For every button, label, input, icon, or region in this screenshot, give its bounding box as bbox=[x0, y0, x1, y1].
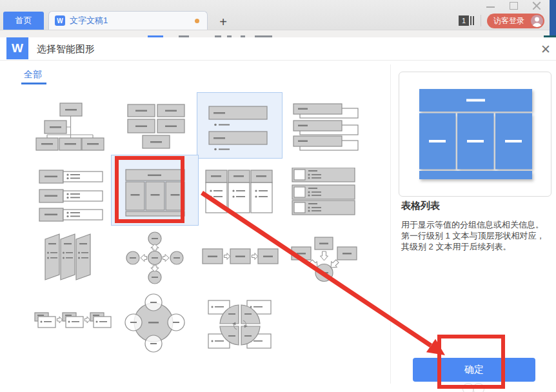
org-chart-graphic bbox=[32, 100, 119, 153]
thumb-grouped-list[interactable] bbox=[37, 168, 105, 225]
dialog-title: 选择智能图形 bbox=[37, 43, 95, 55]
home-tab-button[interactable]: 首页 bbox=[3, 12, 44, 30]
modified-indicator-dot bbox=[195, 19, 199, 23]
thumb-picture-strip-list[interactable] bbox=[292, 168, 356, 219]
lined-list-graphic bbox=[292, 102, 364, 153]
vertical-box-list-graphic bbox=[205, 102, 276, 153]
block-grid-graphic bbox=[126, 102, 187, 152]
app-window: 首页 W 文字文稿1 + 1 访客登录 bbox=[0, 0, 556, 392]
tab-list-icon bbox=[470, 16, 472, 25]
dialog-close-button[interactable]: ✕ bbox=[538, 41, 553, 57]
maximize-button[interactable] bbox=[508, 1, 519, 10]
radial-venn-graphic bbox=[124, 293, 185, 354]
avatar-icon bbox=[531, 15, 543, 27]
filter-tab-all[interactable]: 全部 bbox=[24, 69, 42, 81]
document-tab-label: 文字文稿1 bbox=[70, 15, 195, 26]
divider bbox=[0, 60, 556, 61]
thumb-column-list[interactable] bbox=[204, 168, 274, 217]
tab-count-badge[interactable]: 1 bbox=[459, 15, 469, 26]
window-edge-strip bbox=[550, 0, 556, 37]
minimize-button[interactable] bbox=[485, 1, 497, 10]
wps-logo-icon: W bbox=[6, 37, 28, 59]
thumb-picture-process[interactable] bbox=[32, 311, 113, 335]
picture-strip-list-graphic bbox=[292, 168, 356, 216]
document-tab[interactable]: W 文字文稿1 bbox=[48, 11, 208, 30]
thumb-radial-cross[interactable] bbox=[126, 231, 190, 289]
thumb-block-grid[interactable] bbox=[126, 102, 187, 155]
ribbon-strip bbox=[0, 30, 556, 37]
detail-title: 表格列表 bbox=[401, 200, 440, 212]
thumb-cycle-matrix[interactable] bbox=[205, 297, 276, 357]
column-list-graphic bbox=[204, 168, 274, 214]
separator bbox=[481, 15, 481, 26]
basic-process-graphic bbox=[200, 247, 281, 266]
guest-login-label: 访客登录 bbox=[493, 15, 524, 26]
thumb-radial-venn[interactable] bbox=[124, 293, 185, 357]
thumb-table-list[interactable] bbox=[124, 168, 186, 220]
confirm-button[interactable]: 确定 bbox=[413, 358, 535, 382]
table-list-preview-graphic bbox=[419, 89, 532, 182]
thumb-org-chart[interactable] bbox=[32, 100, 119, 155]
wps-writer-icon: W bbox=[55, 15, 65, 26]
window-close-button[interactable] bbox=[531, 1, 542, 11]
thumb-vertical-box-list[interactable] bbox=[205, 102, 276, 156]
thumb-converging-arrows[interactable] bbox=[289, 234, 361, 287]
table-list-graphic bbox=[124, 168, 186, 218]
titlebar: 首页 W 文字文稿1 + 1 访客登录 bbox=[0, 0, 556, 30]
cycle-matrix-graphic bbox=[205, 297, 276, 355]
guest-login-button[interactable]: 访客登录 bbox=[487, 14, 544, 28]
converging-arrows-graphic bbox=[289, 234, 361, 284]
filter-tab-underline bbox=[21, 83, 46, 84]
new-tab-button[interactable]: + bbox=[215, 14, 231, 30]
divider bbox=[390, 64, 391, 384]
thumb-basic-process[interactable] bbox=[200, 247, 281, 269]
smartart-dialog: W 选择智能图形 ✕ 全部 bbox=[0, 37, 556, 392]
radial-cross-graphic bbox=[126, 231, 190, 287]
thumb-trapezoid-list[interactable] bbox=[42, 233, 94, 284]
picture-process-graphic bbox=[32, 311, 113, 333]
detail-description: 用于显示等值的分组信息或相关信息。第一行级别 1 文本与顶层形状相对应，其级别 … bbox=[401, 219, 551, 252]
thumb-lined-list[interactable] bbox=[292, 102, 364, 156]
watermark bbox=[473, 383, 484, 392]
trapezoid-list-graphic bbox=[42, 233, 94, 281]
grouped-list-graphic bbox=[37, 168, 105, 222]
tab-list-icon bbox=[473, 16, 474, 25]
